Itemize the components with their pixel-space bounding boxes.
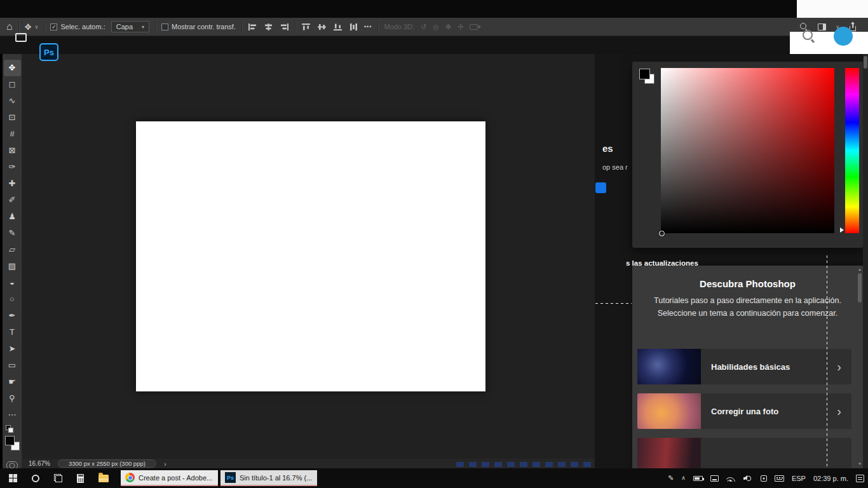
action-center-icon[interactable] [856, 475, 864, 482]
zoom-tool[interactable]: ⚲ [4, 390, 21, 407]
more-options-button[interactable]: ••• [364, 24, 372, 30]
chrome-icon [125, 473, 135, 482]
wifi-icon[interactable] [726, 475, 736, 482]
pen-tray-icon[interactable]: ✎ [668, 475, 674, 482]
eraser-tool[interactable]: ▱ [4, 241, 21, 258]
spot-healing-brush-tool[interactable]: ✚ [4, 175, 21, 192]
distribute-horizontal-icon[interactable] [349, 23, 358, 31]
photoshop-window-title: Sin título-1 al 16.7% (... [240, 474, 312, 482]
scroll-up-icon[interactable]: ▴ [857, 267, 862, 272]
network-icon[interactable] [710, 475, 719, 482]
transform-controls-control[interactable]: Mostrar contr. transf. [161, 23, 236, 30]
discover-scrollbar-thumb[interactable] [858, 273, 862, 302]
browser-search-icon[interactable] [802, 29, 816, 43]
lasso-tool[interactable]: ∿ [4, 93, 21, 109]
object-selection-tool[interactable]: ⊡ [4, 109, 21, 126]
document-canvas[interactable] [136, 121, 485, 391]
battery-icon[interactable] [693, 476, 703, 481]
mode-3d-label: Modo 3D: [384, 23, 414, 30]
align-bottom-icon[interactable] [333, 23, 342, 31]
volume-icon[interactable] [743, 475, 753, 482]
task-view-icon[interactable] [54, 474, 62, 482]
vertical-scrollbar[interactable] [863, 54, 868, 468]
clone-stamp-tool[interactable]: ♟ [4, 208, 21, 225]
rectangular-marquee-tool[interactable]: ◻ [4, 76, 21, 93]
home-icon[interactable]: ⌂ [6, 22, 13, 32]
calculator-icon[interactable] [77, 474, 84, 483]
start-button[interactable] [9, 474, 17, 482]
eyedropper-tool[interactable]: ✑ [4, 159, 21, 175]
saturation-brightness-field[interactable] [661, 68, 834, 233]
auto-select-control[interactable]: ✓ Selec. autom.: [50, 23, 105, 30]
color-swatches-widget [4, 435, 21, 454]
hue-slider[interactable] [845, 68, 859, 233]
show-hidden-icons-icon[interactable]: ∧ [681, 475, 686, 481]
zoom-level[interactable]: 16.67% [29, 460, 50, 467]
tutorial-item-basic-skills[interactable]: Habilidades básicas › [637, 349, 851, 384]
edit-toolbar-button[interactable]: ⋯ [4, 407, 21, 423]
tutorial-thumbnail [637, 349, 701, 384]
divider [295, 20, 295, 33]
taskbar-photoshop-window[interactable]: Ps Sin título-1 al 16.7% (... [220, 470, 317, 486]
file-explorer-icon[interactable] [98, 475, 109, 482]
history-brush-tool[interactable]: ✎ [4, 225, 21, 241]
hand-tool[interactable]: ☛ [4, 374, 21, 390]
tutorial-thumbnail [637, 393, 701, 429]
pen-tool[interactable]: ✒ [4, 308, 21, 324]
camera-3d-icon [470, 24, 478, 30]
selection-dashed-line-horizontal [595, 303, 632, 304]
brush-tool[interactable]: ✐ [4, 192, 21, 208]
tools-panel: ✥ ◻ ∿ ⊡ # ⊠ ✑ ✚ ✐ ♟ ✎ ▱ ▨ ◒ ○ ✒ T ➤ ▭ ☛ … [3, 54, 22, 468]
auto-select-target-dropdown[interactable]: Capa ▾ [111, 21, 149, 32]
move-tool[interactable]: ✥ [4, 60, 21, 76]
status-chevron-icon[interactable]: › [164, 460, 166, 468]
taskbar-chrome-window[interactable]: Create a post - Adobe... [121, 470, 218, 486]
cortana-search-icon[interactable] [32, 475, 39, 482]
divider [44, 20, 44, 33]
background-text-smudge [456, 462, 596, 467]
align-middle-icon[interactable] [317, 23, 327, 31]
divider [377, 20, 378, 33]
dodge-tool[interactable]: ○ [4, 291, 21, 308]
tool-preset-picker[interactable]: ✥ ∨ [25, 23, 39, 31]
connector-icon[interactable] [761, 475, 767, 482]
scrollbar-thumb[interactable] [864, 56, 867, 69]
crop-tool[interactable]: # [4, 126, 21, 142]
background-browser-corner [797, 0, 868, 18]
language-indicator[interactable]: ESP [792, 475, 806, 482]
auto-select-checkbox[interactable]: ✓ [50, 24, 57, 30]
blur-tool[interactable]: ◒ [4, 274, 21, 291]
color-field-cursor[interactable] [659, 231, 665, 236]
default-colors-icon[interactable] [6, 425, 13, 432]
options-bar: ⌂ ✥ ∨ ✓ Selec. autom.: Capa ▾ Mostrar co… [0, 18, 868, 36]
clock[interactable]: 02:39 p. m. [813, 475, 848, 482]
workspace-switcher-icon[interactable] [818, 24, 826, 30]
divider [18, 20, 19, 33]
tutorial-item-partial[interactable] [637, 438, 851, 468]
tutorial-thumbnail [637, 438, 701, 468]
frame-tool[interactable]: ⊠ [4, 142, 21, 159]
align-left-icon[interactable] [248, 23, 257, 31]
touch-keyboard-icon[interactable] [775, 475, 784, 482]
rectangle-tool[interactable]: ▭ [4, 357, 21, 374]
type-tool[interactable]: T [4, 324, 21, 341]
foreground-color-swatch[interactable] [5, 436, 15, 445]
transform-controls-checkbox[interactable] [161, 24, 168, 30]
chevron-right-icon: › [837, 360, 841, 373]
align-center-icon[interactable] [264, 23, 273, 31]
user-avatar[interactable] [834, 27, 853, 46]
hue-slider-marker[interactable] [840, 227, 844, 233]
document-info[interactable]: 3300 px x 2550 px (300 ppp) [58, 459, 156, 468]
picker-foreground-swatch[interactable] [639, 69, 650, 79]
move-tool-preset-icon: ✥ [25, 23, 32, 31]
background-text-fragment: op sea r [602, 163, 628, 171]
align-top-icon[interactable] [301, 23, 311, 31]
path-selection-tool[interactable]: ➤ [4, 341, 21, 357]
dropdown-arrow-icon: ▾ [142, 24, 144, 30]
scroll-down-icon[interactable]: ▾ [857, 461, 862, 466]
selection-dashed-line-vertical [827, 255, 827, 468]
tutorial-label: Habilidades básicas [711, 362, 790, 372]
tutorial-item-fix-photo[interactable]: Corregir una foto › [637, 393, 851, 429]
gradient-tool[interactable]: ▨ [4, 258, 21, 274]
align-right-icon[interactable] [280, 23, 289, 31]
